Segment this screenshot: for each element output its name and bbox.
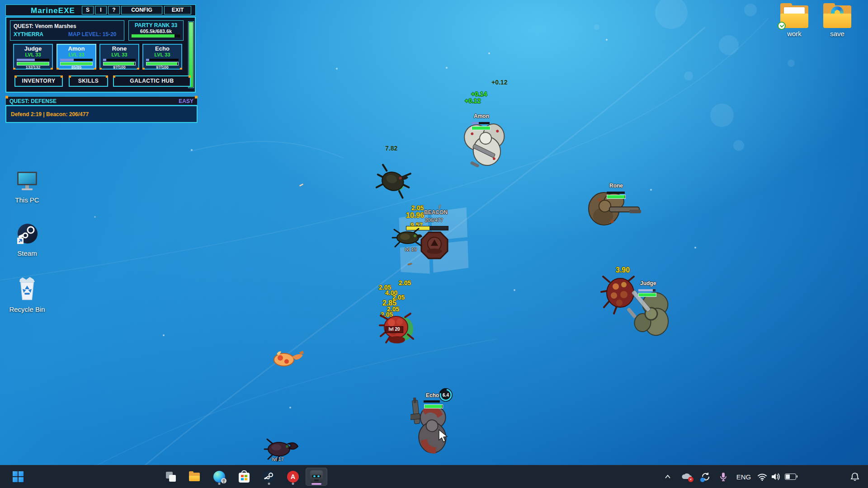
damage-floater: 2.05 (399, 279, 411, 286)
windows-logo-icon (13, 471, 24, 482)
marine-amon-sprite[interactable] (463, 117, 510, 173)
party-rank-progress: 605.5k/683.6k (129, 28, 183, 34)
member-level: LVL 33 (57, 52, 95, 57)
beacon-label: BEACON (424, 209, 448, 216)
game-window-button[interactable] (306, 468, 327, 486)
steam-icon (15, 222, 39, 246)
heal-floater: +0.14 (471, 90, 487, 98)
party-rank-label: PARTY RANK 33 (129, 22, 183, 28)
party-member-rone[interactable]: Rone LVL 33 97/100 (99, 44, 139, 70)
file-explorer-button[interactable] (184, 468, 204, 486)
sync-check-badge (778, 22, 786, 30)
member-xp-bar (17, 59, 49, 61)
sync-icon (701, 472, 711, 482)
defense-difficulty-badge: EASY (179, 98, 193, 104)
folder-icon (780, 5, 808, 28)
battery-icon (785, 474, 796, 480)
defense-quest-header: QUEST: DEFENSE EASY (5, 96, 198, 105)
mob-level-label: lvl 20 (385, 326, 403, 333)
tray-overflow-button[interactable] (660, 468, 675, 486)
member-level: LVL 33 (100, 52, 138, 57)
party-member-amon[interactable]: Amon LVL 33 85/85 (57, 44, 96, 70)
character-name: Judge (640, 280, 656, 286)
onedrive-error-icon: × (681, 473, 692, 481)
judge-xp-bar (638, 289, 656, 291)
insect-enemy-sprite[interactable] (392, 227, 424, 249)
galactic-hub-button[interactable]: GALACTIC HUB (113, 75, 191, 87)
speaker-icon (771, 473, 781, 481)
game-titlebar[interactable]: MarineEXE S I ? CONFIG EXIT (5, 5, 196, 16)
member-xp-bar (146, 59, 179, 61)
desktop-icon-save-folder[interactable]: save (816, 5, 859, 38)
exit-button[interactable]: EXIT (164, 6, 191, 14)
steam-icon (263, 471, 275, 483)
member-name: Judge (14, 45, 52, 52)
red-app-icon: A (287, 471, 299, 483)
desktop-icon-work-folder[interactable]: work (773, 5, 816, 38)
damage-floater: 7.82 (385, 145, 397, 152)
edge-button[interactable] (209, 468, 229, 486)
chevron-up-icon (665, 475, 670, 479)
skills-button[interactable]: SKILLS (69, 75, 108, 87)
member-level: LVL 33 (14, 52, 52, 57)
onedrive-tray-button[interactable]: × (678, 468, 695, 486)
inventory-button[interactable]: INVENTORY (14, 75, 63, 87)
red-app-glyph: A (291, 473, 295, 480)
heal-floater: +0.12 (465, 97, 481, 104)
language-label: ENG (736, 473, 751, 481)
folder-icon (823, 5, 851, 28)
microsoft-store-icon (239, 473, 250, 483)
damage-floater: 10.96 (406, 211, 424, 220)
help-button[interactable]: ? (108, 6, 120, 14)
red-app-button[interactable]: A (283, 468, 303, 486)
member-hp-text: 85/85 (57, 65, 95, 70)
microphone-icon (720, 472, 726, 481)
taskbar: Search (0, 465, 868, 488)
marineexe-app-icon (310, 470, 323, 483)
wifi-icon (757, 473, 767, 481)
projectile (439, 205, 441, 209)
language-switcher[interactable]: ENG (734, 468, 753, 486)
party-member-judge[interactable]: Judge LVL 33 132/132 (13, 44, 53, 70)
rone-xp-bar (607, 192, 625, 194)
defense-quest-body: Defend 2:19 | Beacon: 206/477 (5, 105, 198, 123)
this-pc-icon (15, 171, 39, 192)
party-panel: QUEST: Venom Marshes XYTHERRA MAP LEVEL:… (5, 17, 196, 93)
fire-creature-sprite[interactable] (270, 348, 308, 368)
desktop-icon-this-pc[interactable]: This PC (5, 171, 49, 204)
steam-taskbar-button[interactable] (259, 468, 279, 486)
mouse-cursor (438, 429, 448, 443)
map-level: MAP LEVEL: 15-20 (68, 31, 116, 38)
desktop-icon-recycle-bin[interactable]: Recycle Bin (5, 277, 49, 313)
mob-level-label: lvl 19 (405, 247, 417, 252)
projectile (408, 263, 412, 265)
rone-hp-bar (607, 195, 626, 199)
info-button[interactable]: I (95, 6, 107, 14)
mob-level-label: lvl 17 (272, 456, 284, 462)
quest-name: QUEST: Venom Marshes (14, 23, 76, 29)
member-level: LVL 33 (143, 52, 181, 57)
task-view-button[interactable] (161, 468, 181, 486)
party-member-echo[interactable]: Echo LVL 33 97/100 (142, 44, 182, 70)
judge-hp-bar (638, 293, 656, 297)
microsoft-store-button[interactable] (234, 468, 254, 486)
amon-xp-bar (472, 122, 490, 124)
defense-quest-title: QUEST: DEFENSE (9, 98, 57, 104)
desktop: This PC Steam Recycle Bin (0, 0, 868, 488)
desktop-icon-steam[interactable]: Steam (5, 222, 49, 257)
member-hp-text: 97/100 (143, 65, 181, 70)
damage-floater: 2.05 (411, 204, 424, 211)
defense-quest-status: Defend 2:19 | Beacon: 206/477 (11, 111, 89, 117)
start-button[interactable] (8, 468, 28, 486)
party-rank-bar (131, 34, 181, 38)
settings-button[interactable]: S (82, 6, 94, 14)
quick-settings-button[interactable] (756, 468, 797, 486)
sync-tray-button[interactable] (698, 468, 714, 486)
game-title: MarineEXE (31, 6, 75, 15)
config-button[interactable]: CONFIG (121, 6, 162, 14)
microphone-tray-button[interactable] (716, 468, 731, 486)
notification-center-button[interactable]: z (846, 468, 863, 486)
member-name: Amon (57, 45, 95, 52)
beetle-enemy-sprite[interactable] (375, 164, 412, 202)
task-view-icon (166, 472, 176, 482)
